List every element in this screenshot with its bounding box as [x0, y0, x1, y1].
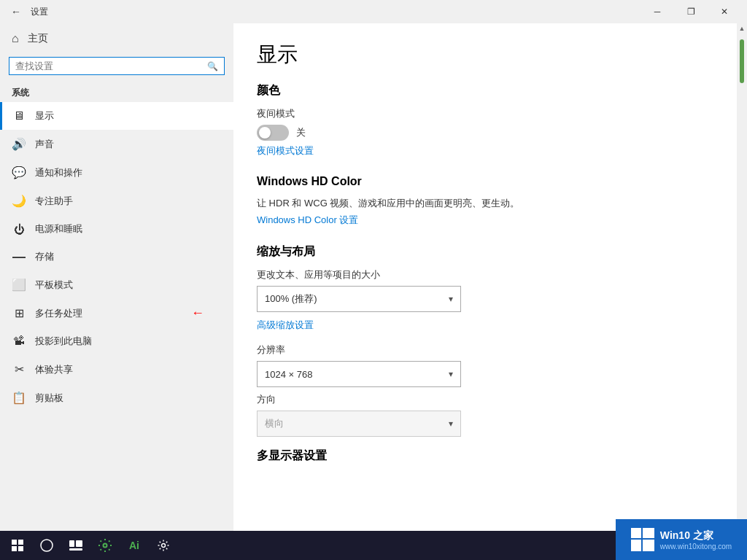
- titlebar: ← 设置 ─ ❐ ✕: [0, 0, 747, 23]
- sidebar-item-clipboard[interactable]: 📋 剪贴板: [0, 384, 233, 412]
- windows-logo-icon: [12, 540, 23, 551]
- orientation-dropdown[interactable]: 横向 ▾: [257, 411, 461, 437]
- orientation-container: 方向 横向 ▾: [257, 393, 713, 437]
- svg-rect-9: [631, 540, 641, 551]
- sidebar-item-focus[interactable]: 🌙 专注助手: [0, 187, 233, 215]
- cortana-button[interactable]: [32, 531, 61, 560]
- orientation-value: 横向: [265, 417, 284, 430]
- window-controls: ─ ❐ ✕: [640, 0, 741, 23]
- scrollbar-up-button[interactable]: ▲: [737, 23, 747, 34]
- minimize-button[interactable]: ─: [640, 0, 674, 23]
- win10-brand: Win10 之家: [660, 529, 732, 542]
- sound-icon: 🔊: [12, 137, 26, 151]
- sidebar-item-label: 通知和操作: [35, 166, 82, 179]
- svg-point-4: [104, 544, 107, 548]
- sidebar-section-label: 系统: [0, 84, 233, 102]
- taskview-button[interactable]: [61, 531, 90, 560]
- scale-dropdown[interactable]: 100% (推荐) ▾: [257, 286, 461, 312]
- ai-app-taskbar[interactable]: Ai: [120, 531, 149, 560]
- multi-monitor-title: 多显示器设置: [257, 448, 713, 464]
- arrow-indicator: ←: [191, 306, 204, 321]
- restore-button[interactable]: ❐: [674, 0, 708, 23]
- sidebar-search-box[interactable]: 🔍: [9, 57, 225, 75]
- scrollbar-thumb[interactable]: [740, 39, 744, 83]
- sidebar-home-label: 主页: [28, 32, 48, 45]
- scale-label: 更改文本、应用等项目的大小: [257, 268, 713, 281]
- sidebar-item-storage[interactable]: — 存储: [0, 243, 233, 271]
- sidebar-home[interactable]: ⌂ 主页: [0, 23, 233, 54]
- project-icon: 📽: [12, 335, 26, 348]
- sidebar-item-project[interactable]: 📽 投影到此电脑: [0, 327, 233, 355]
- sidebar-item-tablet[interactable]: ⬜ 平板模式: [0, 271, 233, 299]
- sidebar-item-label: 存储: [35, 250, 54, 263]
- sidebar-item-sound[interactable]: 🔊 声音: [0, 130, 233, 158]
- resolution-dropdown-arrow: ▾: [449, 369, 453, 379]
- sidebar-item-multitask[interactable]: ⊞ 多任务处理 ←: [0, 299, 233, 327]
- resolution-container: 分辨率 747 × 560 ▾: [257, 343, 713, 387]
- resolution-label: 分辨率: [257, 343, 713, 357]
- back-button[interactable]: ←: [6, 1, 26, 22]
- resolution-dropdown[interactable]: 747 × 560 ▾: [257, 361, 461, 387]
- clipboard-icon: 📋: [12, 391, 26, 405]
- multitask-icon: ⊞: [12, 306, 26, 320]
- sidebar-item-label: 电源和睡眠: [35, 222, 82, 236]
- gear-taskbar-button[interactable]: [149, 531, 178, 560]
- hd-color-link[interactable]: Windows HD Color 设置: [257, 214, 358, 227]
- color-section-title: 颜色: [257, 83, 713, 98]
- sidebar-item-experience[interactable]: ✂ 体验共享: [0, 355, 233, 384]
- sidebar-item-label: 投影到此电脑: [35, 335, 92, 348]
- cortana-icon: [40, 539, 53, 552]
- taskbar: Ai ∧ ⌨ 🔊 19:20 2021/5/7 🔔: [0, 531, 747, 560]
- sidebar-item-label: 平板模式: [35, 279, 73, 292]
- titlebar-title: 设置: [31, 6, 48, 18]
- orientation-dropdown-arrow: ▾: [449, 419, 453, 429]
- tablet-icon: ⬜: [12, 278, 26, 292]
- hd-color-title: Windows HD Color: [257, 175, 713, 188]
- content-area: 显示 颜色 夜间模式 关 夜间模式设置 Windows HD Color 让 H…: [233, 23, 737, 531]
- svg-rect-10: [643, 540, 654, 551]
- sidebar-item-label: 体验共享: [35, 363, 73, 376]
- close-button[interactable]: ✕: [708, 0, 741, 23]
- night-mode-label: 夜间模式: [257, 107, 713, 120]
- sidebar-item-display[interactable]: 🖥 显示: [0, 102, 233, 130]
- sidebar-item-label: 显示: [35, 109, 54, 122]
- power-icon: ⏻: [12, 223, 26, 236]
- start-button[interactable]: [3, 531, 32, 560]
- taskview-icon: [69, 540, 82, 551]
- sidebar-item-notifications[interactable]: 💬 通知和操作: [0, 158, 233, 187]
- home-icon: ⌂: [12, 32, 19, 45]
- settings-app-taskbar[interactable]: [90, 531, 120, 560]
- sidebar-item-label: 多任务处理: [35, 307, 82, 320]
- sidebar-item-label: 声音: [35, 138, 54, 151]
- night-mode-toggle[interactable]: [257, 125, 289, 141]
- night-mode-settings-link[interactable]: 夜间模式设置: [257, 144, 314, 158]
- scale-value: 100% (推荐): [265, 292, 317, 306]
- advanced-scale-link[interactable]: 高级缩放设置: [257, 319, 314, 332]
- night-mode-row: 关: [257, 125, 713, 141]
- toggle-knob: [259, 127, 271, 139]
- resolution-value: 747 × 560: [265, 369, 312, 380]
- svg-rect-2: [76, 540, 82, 547]
- svg-point-5: [162, 544, 166, 548]
- storage-icon: —: [12, 250, 26, 263]
- scrollbar-track: [737, 34, 747, 521]
- gear-icon: [157, 539, 170, 552]
- experience-icon: ✂: [12, 362, 26, 376]
- scale-container: 更改文本、应用等项目的大小 100% (推荐) ▾: [257, 268, 713, 312]
- sidebar-item-label: 剪贴板: [35, 392, 63, 405]
- sidebar-item-power[interactable]: ⏻ 电源和睡眠: [0, 215, 233, 243]
- hd-color-desc: 让 HDR 和 WCG 视频、游戏和应用中的画面更明亮、更生动。: [257, 197, 713, 210]
- main-area: ⌂ 主页 🔍 系统 🖥 显示 🔊 声音 💬 通知和操作 🌙 专注助手 ⏻ 电源和…: [0, 23, 747, 531]
- settings-icon: [98, 539, 112, 552]
- orientation-label: 方向: [257, 393, 713, 406]
- scale-dropdown-arrow: ▾: [449, 294, 453, 304]
- page-title: 显示: [257, 41, 713, 69]
- search-input[interactable]: [15, 61, 207, 71]
- sidebar-item-label: 专注助手: [35, 195, 73, 208]
- sidebar: ⌂ 主页 🔍 系统 🖥 显示 🔊 声音 💬 通知和操作 🌙 专注助手 ⏻ 电源和…: [0, 23, 233, 531]
- win10-logo-icon: [631, 528, 654, 551]
- svg-rect-1: [69, 540, 74, 547]
- notification-icon: 💬: [12, 166, 26, 179]
- svg-rect-7: [631, 528, 641, 538]
- focus-icon: 🌙: [12, 194, 26, 208]
